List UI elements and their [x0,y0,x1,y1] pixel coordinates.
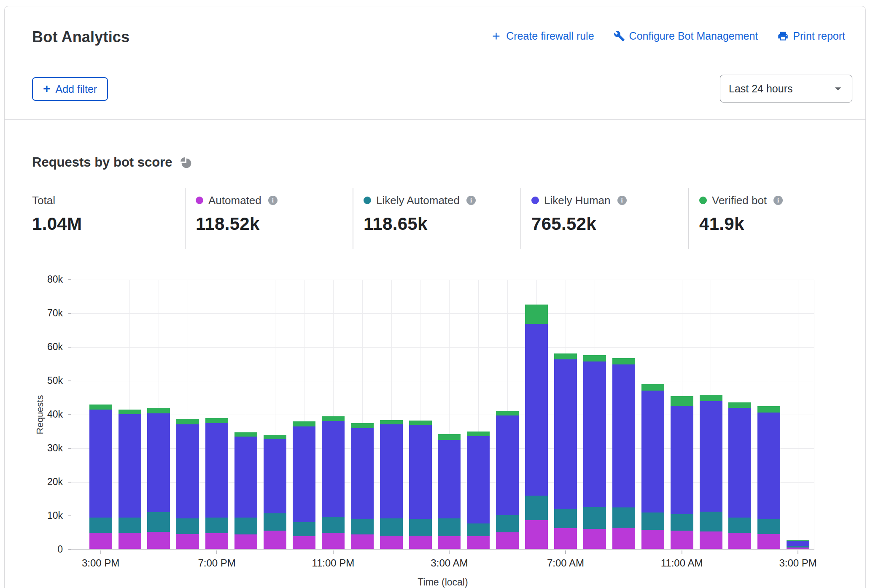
bar-segment-automated [409,536,432,549]
bar-segment-likely-human [205,423,228,517]
bar-500am[interactable] [496,411,519,549]
stat-verified-bot: Verified bot i 41.9k [688,188,832,249]
bar-1000am[interactable] [641,384,664,549]
bar-700am[interactable] [554,353,577,549]
bar-segment-likely-automated [583,507,606,529]
bar-segment-verified-bot [612,358,635,364]
y-tick-label: 80k [29,274,63,285]
bar-segment-verified-bot [89,405,112,409]
bar-500pm[interactable] [147,408,170,549]
configure-bot-management-link[interactable]: Configure Bot Management [614,30,758,42]
bar-segment-verified-bot [467,432,490,436]
configure-bot-management-label: Configure Bot Management [629,30,758,42]
bar-segment-verified-bot [496,411,519,415]
bar-400am[interactable] [467,432,490,549]
bar-700pm[interactable] [205,418,228,549]
bar-900pm[interactable] [264,435,286,549]
bar-segment-likely-human [641,391,664,512]
bar-100pm[interactable] [728,402,751,549]
y-tick-mark [68,448,71,449]
y-tick-label: 20k [29,476,63,488]
bar-segment-verified-bot [757,406,780,413]
bar-800pm[interactable] [234,432,257,549]
bar-1000pm[interactable] [293,421,315,549]
y-tick-label: 50k [29,375,63,386]
add-filter-button[interactable]: + Add filter [32,77,108,101]
info-icon[interactable]: i [466,196,476,205]
x-tick-mark [798,550,798,554]
info-icon[interactable]: i [617,196,627,205]
bar-segment-verified-bot [438,434,461,440]
bar-400pm[interactable] [119,410,141,549]
bot-analytics-card: Bot Analytics Create firewall rule Confi… [4,6,866,588]
bar-200pm[interactable] [757,406,780,549]
bar-segment-automated [612,528,635,549]
x-tick-label: 11:00 PM [299,557,367,569]
x-tick-mark [333,550,334,554]
bar-segment-verified-bot [147,408,170,414]
bar-segment-verified-bot [728,402,751,408]
stat-value: 118.65k [364,214,520,234]
bar-segment-likely-human [612,364,635,507]
bar-segment-automated [728,533,751,549]
header-actions: Create firewall rule Configure Bot Manag… [490,30,845,42]
create-firewall-rule-link[interactable]: Create firewall rule [490,30,594,42]
bar-200am[interactable] [409,421,432,549]
bar-300pm[interactable] [89,405,112,549]
v-gridline [72,280,72,549]
bar-600am[interactable] [525,305,548,549]
bar-300am[interactable] [438,434,461,549]
pie-chart-icon [179,156,192,169]
bar-segment-automated [583,529,606,549]
bar-segment-likely-automated [119,518,141,533]
time-range-dropdown[interactable]: Last 24 hours [720,75,852,102]
bar-segment-automated [264,531,286,549]
bar-segment-likely-automated [554,509,577,528]
bar-segment-verified-bot [787,540,809,541]
bar-100am[interactable] [380,420,403,549]
bar-segment-likely-automated [322,517,345,532]
x-tick-mark [682,550,682,554]
bar-800am[interactable] [583,355,606,549]
bar-segment-likely-automated [787,546,809,548]
bar-segment-automated [554,528,577,549]
wrench-icon [614,30,625,42]
bar-segment-verified-bot [293,421,315,426]
bar-600pm[interactable] [176,419,199,549]
info-icon[interactable]: i [773,196,783,205]
bar-1100pm[interactable] [322,416,345,549]
x-axis-title: Time (local) [71,577,814,588]
bar-900am[interactable] [612,358,635,549]
bar-1100am[interactable] [671,396,693,549]
stats-row: Total 1.04M Automated i 118.52k Likely A… [32,188,832,249]
y-tick-label: 0 [29,544,63,555]
plus-icon [490,30,502,42]
bar-300pm[interactable] [787,540,809,549]
bar-1200am[interactable] [351,423,374,549]
y-tick-mark [68,380,71,381]
bar-segment-verified-bot [409,421,432,425]
print-report-link[interactable]: Print report [777,30,845,42]
y-tick-mark [68,482,71,483]
info-icon[interactable]: i [268,196,278,205]
bar-segment-likely-automated [612,507,635,527]
bar-segment-likely-human [583,361,606,507]
bar-segment-likely-human [554,359,577,509]
stat-label: Likely Automated [376,194,460,207]
bar-segment-likely-human [351,428,374,520]
bar-segment-automated [671,531,693,549]
time-range-value: Last 24 hours [729,83,793,95]
bar-segment-automated [205,533,228,549]
bar-segment-automated [176,534,199,549]
automated-legend-dot [196,197,203,204]
bar-segment-likely-automated [264,513,286,531]
bar-segment-automated [322,533,345,549]
bar-segment-likely-automated [641,512,664,530]
bar-segment-automated [525,520,548,549]
stat-total: Total 1.04M [32,188,185,249]
y-tick-label: 30k [29,442,63,454]
stat-label: Automated [208,194,261,207]
bar-1200pm[interactable] [700,395,722,549]
y-tick-mark [68,549,71,550]
bar-segment-likely-automated [728,518,751,532]
